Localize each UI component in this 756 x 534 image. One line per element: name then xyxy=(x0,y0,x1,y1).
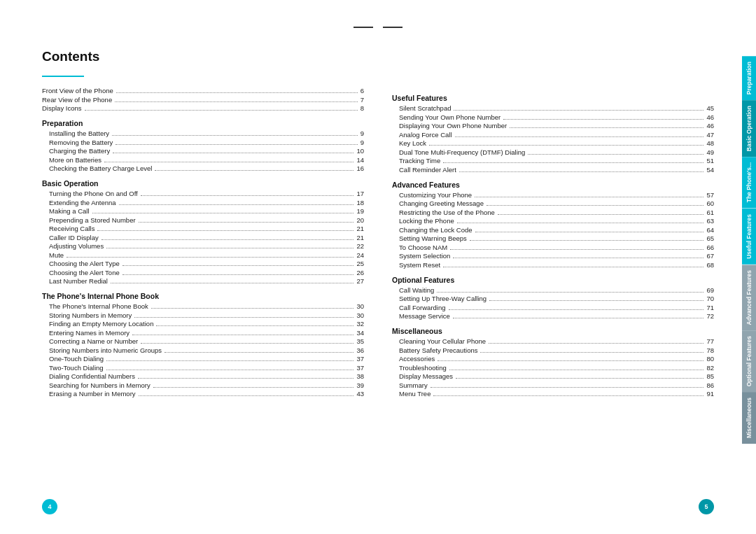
list-item: Message Service 72 xyxy=(392,312,714,320)
list-item: Display Icons 8 xyxy=(42,104,364,112)
list-item: Adjusting Volumes 22 xyxy=(42,242,364,250)
list-item: Finding an Empty Memory Location 32 xyxy=(42,320,364,328)
sidebar-tab-phones[interactable]: The Phone's... xyxy=(742,157,756,208)
list-item: To Choose NAM 66 xyxy=(392,244,714,251)
list-item: Dual Tone Multi-Frequency (DTMF) Dialing… xyxy=(392,148,714,156)
section-optional: Optional Features Call Waiting 69 Settin… xyxy=(392,276,714,321)
list-item: One-Touch Dialing 37 xyxy=(42,355,364,363)
list-item: Rear View of the Phone 7 xyxy=(42,96,364,104)
heading-basic-operation: Basic Operation xyxy=(42,179,364,188)
list-item: Call Forwarding 71 xyxy=(392,304,714,311)
title-underline xyxy=(42,76,84,77)
list-item: Caller ID Display 21 xyxy=(42,234,364,241)
heading-misc: Miscellaneous xyxy=(392,327,714,335)
list-item: Key Lock 48 xyxy=(392,139,714,147)
list-item: Charging the Battery 10 xyxy=(42,147,364,155)
list-item: Last Number Redial 27 xyxy=(42,277,364,285)
list-item: Front View of the Phone 6 xyxy=(42,87,364,94)
top-line-2 xyxy=(383,27,402,28)
list-item: Prepending a Stored Number 20 xyxy=(42,216,364,224)
section-basic-operation: Basic Operation Turning the Phone On and… xyxy=(42,179,364,285)
sidebar-tab-basic-operation[interactable]: Basic Operation xyxy=(742,100,756,157)
list-item: Tracking Time 51 xyxy=(392,157,714,164)
heading-advanced: Advanced Features xyxy=(392,181,714,189)
bottom-indicators: 4 5 xyxy=(0,499,756,514)
list-item: Setting Warning Beeps 65 xyxy=(392,234,714,242)
section-useful: Useful Features Silent Scratchpad 45 Sen… xyxy=(392,94,714,174)
list-item: Display Messages 85 xyxy=(392,372,714,380)
sidebar-tab-misc[interactable]: Miscellaneous xyxy=(742,392,756,444)
list-item: More on Batteries 14 xyxy=(42,156,364,164)
list-item: Choosing the Alert Type 25 xyxy=(42,260,364,267)
list-item: Setting Up Three-Way Calling 70 xyxy=(392,295,714,302)
section-preparation: Preparation Installing the Battery 9 Rem… xyxy=(42,119,364,172)
list-item: Cleaning Your Cellular Phone 77 xyxy=(392,337,714,345)
list-item: Sending Your Own Phone Number 46 xyxy=(392,113,714,121)
list-item: Analog Force Call 47 xyxy=(392,131,714,139)
heading-preparation: Preparation xyxy=(42,119,364,127)
list-item: Choosing the Alert Tone 26 xyxy=(42,269,364,276)
list-item: Removing the Battery 9 xyxy=(42,139,364,146)
list-item: Correcting a Name or Number 35 xyxy=(42,337,364,345)
top-lines xyxy=(354,27,402,28)
list-item: Menu Tree 91 xyxy=(392,390,714,398)
list-item: Storing Numbers into Numeric Groups 36 xyxy=(42,346,364,354)
sidebar-tab-optional[interactable]: Optional Features xyxy=(742,330,756,392)
section-advanced: Advanced Features Customizing Your Phone… xyxy=(392,181,714,269)
list-item: Displaying Your Own Phone Number 46 xyxy=(392,122,714,129)
page-indicator-left: 4 xyxy=(42,499,57,514)
sidebar-tabs: Preparation Basic Operation The Phone's.… xyxy=(742,56,756,444)
list-item: Accessories 80 xyxy=(392,355,714,363)
list-item: Locking the Phone 63 xyxy=(392,217,714,225)
heading-optional: Optional Features xyxy=(392,276,714,284)
heading-useful: Useful Features xyxy=(392,94,714,102)
list-item: Changing the Lock Code 64 xyxy=(392,226,714,234)
section-top: Front View of the Phone 6 Rear View of t… xyxy=(42,87,364,112)
list-item: Call Waiting 69 xyxy=(392,286,714,294)
sidebar-tab-advanced[interactable]: Advanced Features xyxy=(742,265,756,330)
list-item: Two-Touch Dialing 37 xyxy=(42,364,364,372)
list-item: System Reset 68 xyxy=(392,261,714,269)
list-item: Making a Call 19 xyxy=(42,207,364,215)
list-item: Turning the Phone On and Off 17 xyxy=(42,190,364,197)
list-item: Receiving Calls 21 xyxy=(42,225,364,232)
list-item: Entering Names in Memory 34 xyxy=(42,329,364,337)
list-item: Dialing Confidential Numbers 38 xyxy=(42,372,364,380)
toc-columns: Front View of the Phone 6 Rear View of t… xyxy=(42,87,714,399)
top-line-1 xyxy=(354,27,373,28)
list-item: The Phone's Internal Phone Book 30 xyxy=(42,302,364,310)
list-item: Erasing a Number in Memory 43 xyxy=(42,390,364,398)
list-item: System Selection 67 xyxy=(392,252,714,260)
sidebar-tab-preparation[interactable]: Preparation xyxy=(742,56,756,100)
sidebar-tab-useful[interactable]: Useful Features xyxy=(742,209,756,265)
page: Contents Front View of the Phone 6 Rear … xyxy=(0,0,756,534)
list-item: Changing Greeting Message 60 xyxy=(392,199,714,207)
list-item: Mute 24 xyxy=(42,251,364,259)
list-item: Extending the Antenna 18 xyxy=(42,199,364,206)
list-item: Storing Numbers in Memory 30 xyxy=(42,311,364,319)
right-column: Useful Features Silent Scratchpad 45 Sen… xyxy=(392,87,714,399)
list-item: Silent Scratchpad 45 xyxy=(392,104,714,112)
page-indicator-right: 5 xyxy=(699,499,714,514)
list-item: Call Reminder Alert 54 xyxy=(392,166,714,174)
list-item: Restricting the Use of the Phone 61 xyxy=(392,209,714,216)
left-column: Front View of the Phone 6 Rear View of t… xyxy=(42,87,364,399)
list-item: Installing the Battery 9 xyxy=(42,129,364,137)
list-item: Checking the Battery Charge Level 16 xyxy=(42,164,364,172)
list-item: Searching for Numbers in Memory 39 xyxy=(42,381,364,389)
list-item: Battery Safety Precautions 78 xyxy=(392,346,714,354)
list-item: Summary 86 xyxy=(392,381,714,389)
list-item: Customizing Your Phone 57 xyxy=(392,191,714,199)
section-phonebook: The Phone's Internal Phone Book The Phon… xyxy=(42,292,364,398)
section-misc: Miscellaneous Cleaning Your Cellular Pho… xyxy=(392,327,714,398)
list-item: Troubleshooting 82 xyxy=(392,364,714,372)
heading-phonebook: The Phone's Internal Phone Book xyxy=(42,292,364,300)
page-title: Contents xyxy=(42,49,714,64)
